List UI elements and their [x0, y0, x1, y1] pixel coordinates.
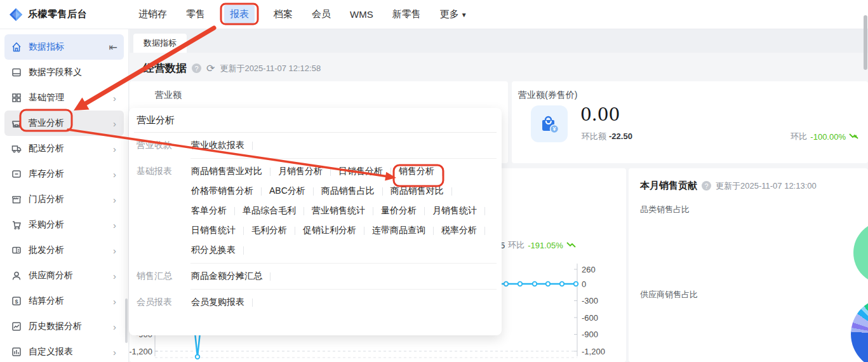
dropdown-link-会员复购报表[interactable]: 会员复购报表: [191, 297, 244, 308]
sidebar-item-库存分析[interactable]: 库存分析›: [4, 161, 124, 187]
dropdown-link-营业收款报表[interactable]: 营业收款报表: [191, 140, 244, 151]
divider: [330, 168, 331, 176]
divider: [442, 168, 443, 176]
svg-text:-300: -300: [582, 296, 598, 305]
revenue-value: 0.00: [580, 104, 620, 125]
dollar-icon: $: [11, 295, 22, 307]
coupon-revenue-stat-card: 营业额(券售价) ¥ 0.00 环比额-22.50 环比 -100.00%: [512, 81, 868, 163]
dropdown-link-月销售统计[interactable]: 月销售统计: [432, 205, 477, 217]
sidebar-item-数据指标[interactable]: 数据指标⇤: [4, 34, 124, 60]
dropdown-link-日销售分析[interactable]: 日销售分析: [338, 166, 383, 177]
trend-mom-line: 5 环比 -191.05%: [500, 239, 577, 251]
svg-text:$: $: [15, 298, 18, 305]
nav-item-更多[interactable]: 更多▼: [440, 8, 467, 20]
dropdown-link-ABC分析[interactable]: ABC分析: [269, 185, 305, 197]
contribution-title: 本月销售贡献: [640, 180, 697, 192]
divider: [382, 187, 383, 196]
nav-item-进销存[interactable]: 进销存: [138, 8, 167, 20]
store-icon: [11, 194, 22, 205]
truck-icon: [11, 143, 22, 154]
chevron-right-icon: ›: [113, 347, 117, 358]
dropdown-title: 营业分析: [129, 108, 502, 132]
card-icon: [11, 245, 22, 256]
help-icon[interactable]: ?: [702, 181, 711, 191]
shop-icon: [11, 117, 22, 129]
sidebar-item-label: 批发分析: [29, 245, 113, 256]
dropdown-section-会员报表: 会员报表会员复购报表: [129, 290, 502, 315]
chevron-right-icon: ›: [113, 93, 117, 104]
sidebar-item-label: 结算分析: [29, 295, 113, 307]
dropdown-link-促销让利分析[interactable]: 促销让利分析: [303, 225, 356, 236]
refresh-icon[interactable]: ⟳: [206, 62, 215, 74]
chevron-right-icon: ›: [113, 169, 117, 180]
dropdown-link-月销售分析[interactable]: 月销售分析: [278, 166, 323, 177]
dropdown-link-商品销售营业对比[interactable]: 商品销售营业对比: [191, 166, 262, 177]
sidebar-item-自定义报表[interactable]: 自定义报表›: [4, 339, 124, 362]
divider: [484, 207, 485, 215]
svg-text:-1,200: -1,200: [582, 347, 605, 356]
dropdown-link-客单分析[interactable]: 客单分析: [191, 205, 227, 217]
nav-item-档案[interactable]: 档案: [274, 8, 293, 20]
sidebar-item-label: 营业分析: [29, 117, 113, 129]
nav-item-WMS[interactable]: WMS: [350, 9, 373, 20]
user-icon: [11, 270, 22, 281]
nav-item-零售[interactable]: 零售: [186, 8, 205, 20]
nav-item-报表[interactable]: 报表: [224, 5, 255, 23]
help-icon[interactable]: ?: [192, 64, 201, 73]
brand[interactable]: 乐檬零售后台: [0, 8, 130, 22]
dropdown-link-row: 会员复购报表: [191, 297, 260, 308]
sidebar-item-结算分析[interactable]: $结算分析›: [4, 288, 124, 314]
dropdown-link-营业销售统计[interactable]: 营业销售统计: [312, 205, 365, 217]
dropdown-link-日销售统计[interactable]: 日销售统计: [191, 225, 236, 236]
tab-data-metrics[interactable]: 数据指标: [133, 34, 187, 53]
collapse-sidebar-icon[interactable]: ⇤: [109, 41, 117, 53]
svg-text:260: 260: [582, 265, 596, 274]
dropdown-link-单品综合毛利[interactable]: 单品综合毛利: [243, 205, 296, 217]
nav-item-新零售[interactable]: 新零售: [392, 8, 421, 20]
sidebar-item-label: 基础管理: [29, 92, 113, 104]
sidebar-item-供应商分析[interactable]: 供应商分析›: [4, 263, 124, 288]
sidebar-item-营业分析[interactable]: 营业分析›: [4, 111, 124, 136]
svg-text:-600: -600: [582, 313, 598, 323]
dropdown-link-商品销售对比[interactable]: 商品销售对比: [391, 185, 444, 197]
sidebar-item-批发分析[interactable]: 批发分析›: [4, 238, 124, 263]
business-analysis-dropdown: 营业分析 营业收款营业收款报表基础报表商品销售营业对比月销售分析日销售分析销售分…: [129, 108, 502, 335]
dropdown-section-销售汇总: 销售汇总商品金额分摊汇总: [129, 264, 502, 289]
dropdown-link-商品销售占比[interactable]: 商品销售占比: [321, 185, 375, 197]
cart-icon: [11, 219, 22, 231]
sidebar-item-采购分析[interactable]: 采购分析›: [4, 212, 124, 238]
sidebar-scrollbar[interactable]: [125, 298, 128, 343]
dropdown-section-营业收款: 营业收款营业收款报表: [129, 133, 502, 158]
divider: [261, 187, 262, 196]
sidebar-item-基础管理[interactable]: 基础管理›: [4, 85, 124, 111]
contribution-header: 本月销售贡献 ? 更新于2025-11-07 12:13:00: [640, 180, 817, 192]
contribution-updated: 更新于2025-11-07 12:13:00: [716, 180, 817, 192]
chevron-right-icon: ›: [113, 245, 117, 256]
sidebar-item-数据字段释义[interactable]: 数据字段释义: [4, 60, 124, 85]
dropdown-link-积分兑换表[interactable]: 积分兑换表: [191, 245, 236, 256]
dropdown-section-label: 销售汇总: [137, 271, 191, 282]
dropdown-link-销售分析[interactable]: 销售分析: [399, 166, 434, 177]
chevron-right-icon: ›: [113, 194, 117, 205]
divider: [243, 227, 244, 235]
sidebar-item-门店分析[interactable]: 门店分析›: [4, 187, 124, 212]
dropdown-link-税率分析[interactable]: 税率分析: [441, 225, 477, 236]
divider: [304, 207, 304, 215]
monthly-sales-contribution-card: 本月销售贡献 ? 更新于2025-11-07 12:13:00 品类销售占比 供…: [629, 168, 868, 362]
dropdown-link-row: 商品销售营业对比月销售分析日销售分析销售分析: [191, 166, 493, 177]
nav-item-会员[interactable]: 会员: [312, 8, 331, 20]
home-icon: [11, 41, 22, 53]
sidebar-item-历史数据分析[interactable]: 历史数据分析›: [4, 314, 124, 339]
dropdown-link-连带商品查询[interactable]: 连带商品查询: [372, 225, 425, 236]
dropdown-section-label: 基础报表: [137, 166, 191, 256]
dropdown-link-量价分析[interactable]: 量价分析: [381, 205, 417, 217]
dropdown-link-毛利分析[interactable]: 毛利分析: [251, 225, 287, 236]
dropdown-link-商品金额分摊汇总[interactable]: 商品金额分摊汇总: [191, 271, 262, 282]
category-pie-label: 品类销售占比: [640, 204, 690, 215]
updated-timestamp: 更新于2025-11-07 12:12:58: [220, 63, 321, 74]
page-scrollbar[interactable]: [864, 15, 867, 70]
svg-text:0: 0: [582, 279, 586, 289]
bar-chart-icon: [11, 346, 22, 358]
dropdown-link-价格带销售分析[interactable]: 价格带销售分析: [191, 185, 253, 197]
sidebar-item-配送分析[interactable]: 配送分析›: [4, 136, 124, 161]
